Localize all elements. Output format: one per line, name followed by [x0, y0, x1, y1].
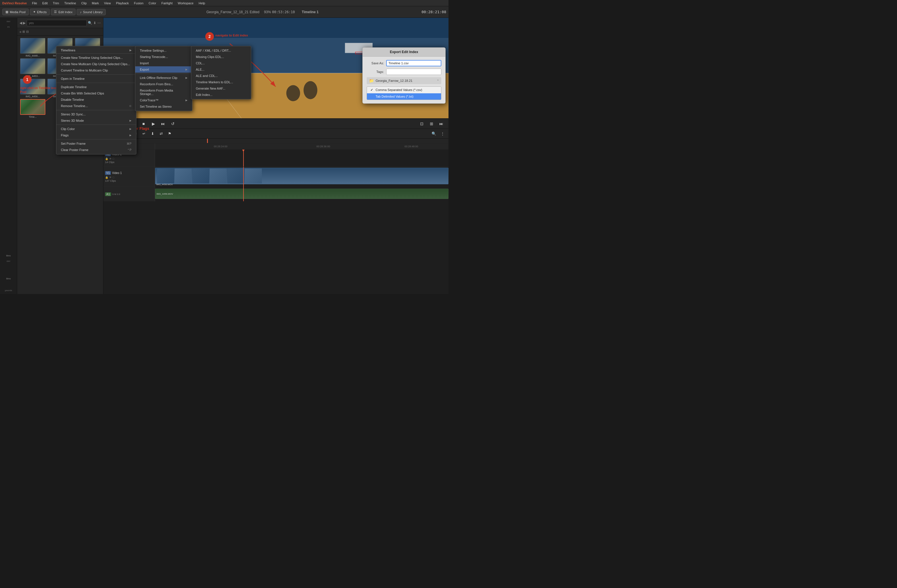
track-clip-a1[interactable]: IMG_4456.MOV: [155, 188, 448, 199]
ctx-timeline-settings[interactable]: Timeline Settings...: [135, 47, 192, 54]
nav-bins[interactable]: Bins: [1, 253, 16, 258]
ctx-stereo3d-sync[interactable]: Stereo 3D Sync...: [56, 111, 136, 118]
ctx-create-timeline[interactable]: Create New Timeline Using Selected Clips…: [56, 55, 136, 61]
ctx-starting-timecode[interactable]: Starting Timecode...: [135, 54, 192, 60]
nav-master[interactable]: ster: [1, 19, 16, 24]
replace-btn[interactable]: ⇄: [157, 130, 165, 138]
ctx-title-arrow: ▶: [130, 49, 132, 52]
ctx-flags[interactable]: Flags ▶: [56, 132, 136, 138]
timeline-scrubber[interactable]: [103, 139, 448, 143]
ctx-reconform-bins[interactable]: Reconform From Bins...: [135, 81, 192, 87]
ctx-export-edit-index[interactable]: Edit Index...: [191, 92, 251, 98]
more-icon[interactable]: ⋯: [97, 21, 101, 25]
ctx-export-ale-cdl[interactable]: ALE and CDL...: [191, 73, 251, 79]
ctx-clip-color[interactable]: Clip Color ▶: [56, 126, 136, 132]
menu-playback[interactable]: Playback: [114, 1, 131, 5]
format-txt[interactable]: Tab Delimited Values (*.txt): [367, 93, 441, 100]
grid-controls: ≡ ⊞ ⊟: [17, 28, 103, 35]
eye-icon[interactable]: 👁: [109, 176, 112, 179]
ctx-export-markers-edl[interactable]: Timeline Markers to EDL...: [191, 79, 251, 85]
ctx-export-new-aaf[interactable]: Generate New AAF...: [191, 85, 251, 92]
tags-input[interactable]: [386, 69, 441, 75]
menu-timeline[interactable]: Timeline: [62, 1, 78, 5]
ctx-create-multicam[interactable]: Create New Multicam Clip Using Selected …: [56, 61, 136, 67]
nav-keywords[interactable]: ywords: [1, 288, 16, 293]
insert-btn[interactable]: ↵: [140, 130, 148, 138]
sound-library-btn[interactable]: ♪ Sound Library: [77, 9, 106, 15]
ctx-stereo3d-mode[interactable]: Stereo 3D Mode ▶: [56, 118, 136, 124]
eye-icon[interactable]: 👁: [109, 157, 112, 160]
ctx-import[interactable]: Import: [135, 60, 192, 66]
lock-icon[interactable]: 🔒: [105, 176, 108, 179]
menu-file[interactable]: File: [29, 1, 39, 5]
ctx-export-missing-edl[interactable]: Missing Clips EDL...: [191, 54, 251, 60]
save-as-input[interactable]: [386, 60, 441, 66]
grid-view-icon[interactable]: ⊞: [22, 30, 25, 34]
ctx-set-poster-shortcut: ⌘P: [127, 142, 132, 145]
menu-fairlight[interactable]: Fairlight: [159, 1, 175, 5]
fullscreen-btn[interactable]: ⊞: [428, 120, 435, 127]
ctx-colortrace[interactable]: ColorTrace™ ▶: [135, 97, 192, 103]
lock-icon[interactable]: 🔒: [105, 157, 108, 160]
folder-expand-icon[interactable]: ⌃: [437, 79, 439, 83]
loop-btn[interactable]: ↺: [169, 120, 177, 127]
menu-help[interactable]: Help: [196, 1, 208, 5]
ctx-export-aaf[interactable]: AAF / XML / EDL / DRT...: [191, 47, 251, 54]
ctx-set-stereo[interactable]: Set Timeline as Stereo: [135, 103, 192, 110]
menu-edit[interactable]: Edit: [40, 1, 50, 5]
ctx-export-ale[interactable]: ALE...: [191, 66, 251, 73]
menu-workspace[interactable]: Workspace: [175, 1, 196, 5]
ctx-reconform-storage[interactable]: Reconform From Media Storage...: [135, 87, 192, 97]
menu-color[interactable]: Color: [147, 1, 159, 5]
list-view-icon[interactable]: ≡: [20, 30, 21, 34]
media-pool-btn[interactable]: ▦ Media Pool: [2, 9, 29, 15]
detail-view-icon[interactable]: ⊟: [26, 30, 29, 34]
clip-item[interactable]: IMG_4448...: [20, 38, 46, 57]
nav-bins2[interactable]: Bins: [1, 276, 16, 281]
ctx-colortrace-arrow: ▶: [185, 99, 187, 102]
ctx-open-timeline[interactable]: Open in Timeline: [56, 75, 136, 82]
track-clip-v1[interactable]: [155, 168, 448, 184]
search-icon[interactable]: 🔍: [88, 21, 92, 25]
ctx-set-poster[interactable]: Set Poster Frame ⌘P: [56, 140, 136, 147]
zoom-out-btn[interactable]: 🔍: [430, 130, 438, 138]
view-toggle-icon[interactable]: ◀ ▶: [20, 21, 26, 25]
mute-icon[interactable]: □: [113, 176, 114, 179]
ctx-link-offline[interactable]: Link Offline Reference Clip ▶: [135, 75, 192, 81]
menu-fusion[interactable]: Fusion: [132, 1, 146, 5]
ctx-remove-timeline[interactable]: Remove Timeline... ⊙: [56, 103, 136, 109]
effects-btn[interactable]: ✦ Effects: [30, 9, 50, 15]
more-options-btn[interactable]: ⋮: [439, 130, 446, 138]
ctx-clear-poster[interactable]: Clear Poster Frame ⌃P: [56, 147, 136, 153]
fit-btn[interactable]: ⊡: [418, 120, 426, 127]
ctx-duplicate[interactable]: Duplicate Timeline: [56, 84, 136, 90]
menu-clip[interactable]: Clip: [79, 1, 89, 5]
ctx-reconform-storage-label: Reconform From Media Storage...: [140, 89, 187, 96]
folder-row[interactable]: 📁 Georgia_Farrow_12.18.21 ⌃: [367, 77, 441, 84]
ctx-create-bin[interactable]: Create Bin With Selected Clips: [56, 90, 136, 96]
nav-es[interactable]: es: [1, 24, 16, 29]
clip-item[interactable]: IMG_4453...: [20, 58, 46, 78]
track-a1: A1 S M 2.0 IMG_4456.MOV: [103, 187, 448, 201]
ctx-convert-timeline[interactable]: Convert Timeline to Multicam Clip: [56, 67, 136, 74]
overwrite-btn[interactable]: ⬇: [149, 130, 156, 138]
next-clip-btn[interactable]: ⏭: [159, 120, 167, 127]
marker-btn[interactable]: ⚑: [166, 130, 173, 138]
menu-view[interactable]: View: [102, 1, 113, 5]
ctx-export-cdl[interactable]: CDL...: [191, 60, 251, 66]
menu-trim[interactable]: Trim: [51, 1, 61, 5]
format-csv[interactable]: ✓ Comma Separated Values (*.csv): [367, 87, 441, 93]
ctx-disable-timeline[interactable]: Disable Timeline: [56, 96, 136, 103]
toolbar: ▦ Media Pool ✦ Effects ☰ Edit Index ♪ So…: [0, 6, 448, 18]
nav-master2[interactable]: ster: [1, 259, 16, 263]
sort-icon[interactable]: ⬇: [93, 21, 96, 25]
mute-icon[interactable]: □: [113, 157, 114, 160]
ctx-export-highlighted[interactable]: Export ▶: [135, 66, 192, 73]
menu-mark[interactable]: Mark: [90, 1, 101, 5]
search-input[interactable]: [27, 20, 87, 26]
play-btn[interactable]: ▶: [150, 120, 157, 127]
edit-index-btn[interactable]: ☰ Edit Index: [51, 9, 75, 15]
skip-end-btn[interactable]: ⏭: [438, 120, 445, 127]
sound-library-icon: ♪: [80, 10, 81, 14]
duration-timecode: 00:53:26:10: [272, 10, 295, 14]
